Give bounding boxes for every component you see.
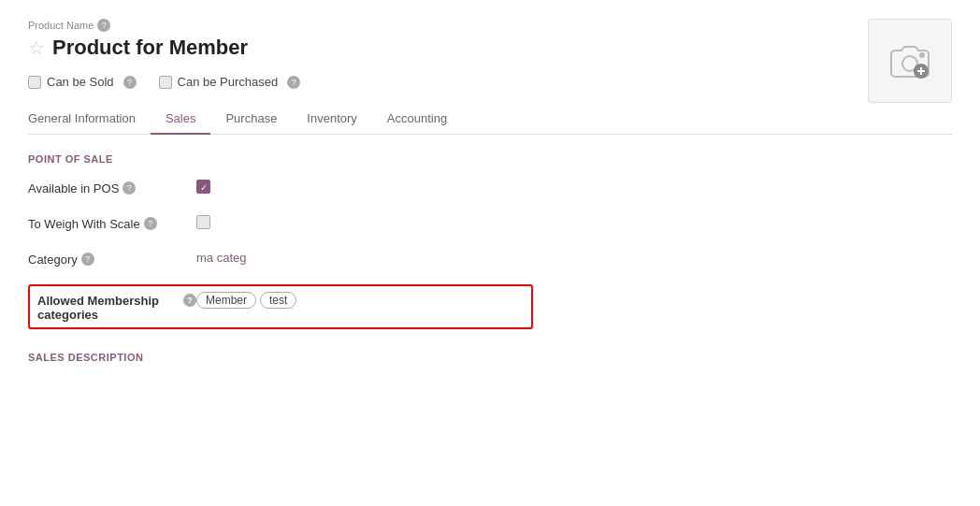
available-in-pos-label: Available in POS ? — [28, 178, 196, 195]
tab-accounting[interactable]: Accounting — [372, 104, 462, 135]
category-help-icon[interactable]: ? — [81, 253, 94, 266]
camera-icon — [889, 43, 930, 79]
product-title-row: ☆ Product for Member — [28, 36, 952, 60]
to-weigh-with-scale-label: To Weigh With Scale ? — [28, 213, 196, 231]
tabs-row: General Information Sales Purchase Inven… — [28, 104, 952, 135]
available-in-pos-row: Available in POS ? — [28, 178, 533, 204]
to-weigh-with-scale-checkbox[interactable] — [196, 215, 210, 229]
tab-sales[interactable]: Sales — [151, 104, 211, 135]
favorite-star-icon[interactable]: ☆ — [28, 36, 45, 59]
available-in-pos-help-icon[interactable]: ? — [122, 181, 136, 195]
tab-purchase[interactable]: Purchase — [210, 104, 292, 135]
can-be-sold-checkbox-item[interactable]: Can be Sold ? — [28, 75, 137, 89]
can-be-purchased-checkbox[interactable] — [159, 76, 172, 89]
allowed-membership-label: Allowed Membership categories ? — [37, 292, 196, 322]
product-title: Product for Member — [52, 36, 248, 60]
product-image-upload[interactable] — [868, 19, 952, 103]
tab-inventory[interactable]: Inventory — [292, 104, 371, 135]
can-be-purchased-label: Can be Purchased — [178, 75, 279, 89]
available-in-pos-value — [196, 178, 533, 194]
sales-tab-content: POINT OF SALE Available in POS ? To Weig… — [28, 153, 533, 329]
available-in-pos-checkbox[interactable] — [196, 180, 210, 194]
membership-tag-member[interactable]: Member — [196, 292, 256, 309]
to-weigh-with-scale-row: To Weigh With Scale ? — [28, 213, 533, 239]
pos-section-title: POINT OF SALE — [28, 153, 533, 165]
category-label: Category ? — [28, 249, 196, 267]
product-name-help-icon[interactable]: ? — [97, 19, 110, 32]
allowed-membership-row: Allowed Membership categories ? Member t… — [28, 284, 533, 329]
can-be-sold-label: Can be Sold — [47, 75, 114, 89]
can-be-purchased-checkbox-item[interactable]: Can be Purchased ? — [159, 75, 301, 89]
product-name-text: Product Name — [28, 20, 94, 31]
allowed-membership-help-icon[interactable]: ? — [183, 294, 196, 307]
category-link[interactable]: ma categ — [196, 251, 246, 265]
sales-description-title: SALES DESCRIPTION — [28, 352, 952, 363]
product-name-label: Product Name ? — [28, 19, 952, 32]
membership-tags-container: Member test — [196, 292, 296, 309]
sales-description-section: SALES DESCRIPTION — [28, 352, 952, 363]
membership-tag-test[interactable]: test — [260, 292, 296, 309]
category-value: ma categ — [196, 249, 533, 265]
to-weigh-with-scale-value — [196, 213, 533, 229]
to-weigh-with-scale-help-icon[interactable]: ? — [144, 217, 157, 230]
svg-point-1 — [919, 52, 925, 58]
tab-general-information[interactable]: General Information — [28, 104, 151, 135]
can-be-sold-help-icon[interactable]: ? — [123, 76, 137, 89]
page-container: Product Name ? ☆ Product for Member Can … — [0, 0, 980, 506]
category-row: Category ? ma categ — [28, 249, 533, 275]
can-be-sold-checkbox[interactable] — [28, 76, 41, 89]
allowed-membership-value: Member test — [196, 292, 524, 309]
can-be-purchased-help-icon[interactable]: ? — [287, 76, 300, 89]
checkboxes-row: Can be Sold ? Can be Purchased ? — [28, 75, 952, 89]
